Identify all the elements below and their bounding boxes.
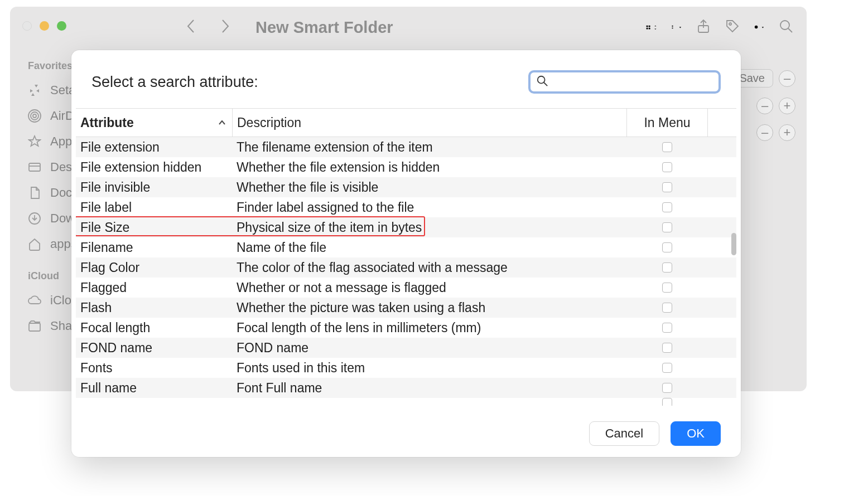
in-menu-checkbox[interactable] [662, 202, 672, 212]
in-menu-checkbox[interactable] [662, 222, 672, 232]
svg-rect-3 [649, 28, 650, 30]
in-menu-checkbox[interactable] [662, 363, 672, 373]
table-row[interactable]: FilenameName of the file [76, 237, 736, 257]
cell-description: Name of the file [232, 240, 626, 255]
remove-criterion-button[interactable]: – [779, 70, 795, 87]
table-row[interactable] [76, 398, 736, 406]
cell-attribute: File extension hidden [76, 160, 232, 175]
sort-ascending-icon [218, 115, 226, 130]
ok-button[interactable]: OK [671, 421, 721, 446]
cell-description: The color of the flag associated with a … [232, 260, 626, 275]
cell-description: Physical size of the item in bytes [232, 220, 626, 235]
cell-attribute: FOND name [76, 341, 232, 356]
svg-rect-2 [647, 28, 648, 30]
in-menu-checkbox[interactable] [662, 283, 672, 293]
share-icon[interactable] [696, 19, 711, 36]
remove-criterion-button[interactable]: – [756, 124, 773, 141]
cell-attribute: Flag Color [76, 260, 232, 275]
table-row[interactable]: Flag ColorThe color of the flag associat… [76, 257, 736, 278]
cell-description: Whether the file extension is hidden [232, 160, 626, 175]
add-criterion-button[interactable]: + [779, 98, 795, 114]
table-row[interactable]: Full nameFont Full name [76, 378, 736, 398]
table-row[interactable]: File extensionThe filename extension of … [76, 137, 736, 157]
search-field[interactable] [528, 70, 721, 94]
svg-rect-0 [647, 26, 648, 27]
table-row[interactable]: FontsFonts used in this item [76, 358, 736, 378]
cell-attribute: Fonts [76, 361, 232, 376]
forward-icon[interactable] [219, 18, 230, 37]
group-icon[interactable] [672, 25, 682, 29]
search-icon[interactable] [779, 19, 793, 36]
table-row[interactable]: File SizePhysical size of the item in by… [76, 217, 736, 237]
column-header-in-menu[interactable]: In Menu [626, 109, 707, 137]
dialog-title: Select a search attribute: [91, 74, 258, 91]
in-menu-checkbox[interactable] [662, 398, 672, 406]
cell-attribute: Flash [76, 300, 232, 315]
back-icon[interactable] [186, 18, 197, 37]
column-header-label: In Menu [644, 115, 690, 130]
cell-attribute: Focal length [76, 320, 232, 335]
cell-attribute: File label [76, 200, 232, 215]
column-header-attribute[interactable]: Attribute [76, 115, 232, 130]
cell-attribute: File invisible [76, 180, 232, 195]
table-row[interactable]: File extension hiddenWhether the file ex… [76, 157, 736, 177]
cell-description: Focal length of the lens in millimeters … [232, 320, 626, 335]
table-row[interactable]: FOND nameFOND name [76, 338, 736, 358]
add-criterion-button[interactable]: + [779, 124, 795, 141]
cancel-button[interactable]: Cancel [589, 421, 659, 446]
in-menu-checkbox[interactable] [662, 303, 672, 313]
in-menu-checkbox[interactable] [662, 262, 672, 273]
svg-point-14 [756, 27, 756, 28]
svg-point-25 [538, 76, 545, 84]
svg-point-11 [729, 23, 731, 25]
cell-attribute: Full name [76, 381, 232, 396]
in-menu-checkbox[interactable] [662, 182, 672, 192]
svg-rect-24 [29, 323, 40, 331]
cell-attribute: File extension [76, 140, 232, 155]
cell-attribute: Filename [76, 240, 232, 255]
column-header-description[interactable]: Description [232, 109, 626, 137]
cell-attribute: File Size [76, 220, 232, 235]
cell-description: Whether the picture was taken using a fl… [232, 300, 626, 315]
in-menu-checkbox[interactable] [662, 242, 672, 252]
in-menu-checkbox[interactable] [662, 162, 672, 172]
cell-description: Finder label assigned to the file [232, 200, 626, 215]
cell-description: The filename extension of the item [232, 140, 626, 155]
svg-rect-4 [672, 26, 673, 27]
table-row[interactable]: File labelFinder label assigned to the f… [76, 197, 736, 217]
in-menu-checkbox[interactable] [662, 383, 672, 393]
search-icon [536, 75, 548, 89]
svg-point-18 [33, 114, 36, 118]
in-menu-checkbox[interactable] [662, 323, 672, 333]
scrollbar-thumb[interactable] [731, 233, 736, 255]
table-row[interactable]: FlashWhether the picture was taken using… [76, 298, 736, 318]
cell-description: FOND name [232, 341, 626, 356]
svg-rect-21 [29, 163, 40, 171]
table-header: Attribute Description In Menu [76, 108, 736, 137]
cell-description: Whether or not a message is flagged [232, 280, 626, 295]
tags-icon[interactable] [725, 19, 740, 36]
cell-attribute: Flagged [76, 280, 232, 295]
toolbar: New Smart Folder [10, 7, 807, 48]
attribute-table: File extensionThe filename extension of … [76, 137, 736, 408]
remove-criterion-button[interactable]: – [756, 98, 773, 114]
table-row[interactable]: File invisibleWhether the file is visibl… [76, 177, 736, 197]
cell-description: Font Full name [232, 381, 626, 396]
table-row[interactable]: FlaggedWhether or not a message is flagg… [76, 278, 736, 298]
svg-rect-1 [649, 26, 650, 27]
column-header-label: Description [237, 115, 301, 130]
svg-rect-5 [672, 28, 673, 29]
table-row[interactable]: Focal lengthFocal length of the lens in … [76, 318, 736, 338]
in-menu-checkbox[interactable] [662, 343, 672, 353]
svg-point-15 [757, 27, 758, 28]
window-title: New Smart Folder [255, 18, 393, 37]
search-input[interactable] [552, 76, 713, 89]
svg-point-19 [31, 112, 38, 120]
more-icon[interactable] [754, 25, 764, 29]
cell-description: Whether the file is visible [232, 180, 626, 195]
attribute-picker-dialog: Select a search attribute: Attribute Des… [71, 50, 741, 457]
view-icon-group[interactable] [646, 25, 657, 31]
in-menu-checkbox[interactable] [662, 142, 672, 152]
svg-point-16 [780, 21, 789, 30]
column-header-label: Attribute [80, 115, 134, 130]
